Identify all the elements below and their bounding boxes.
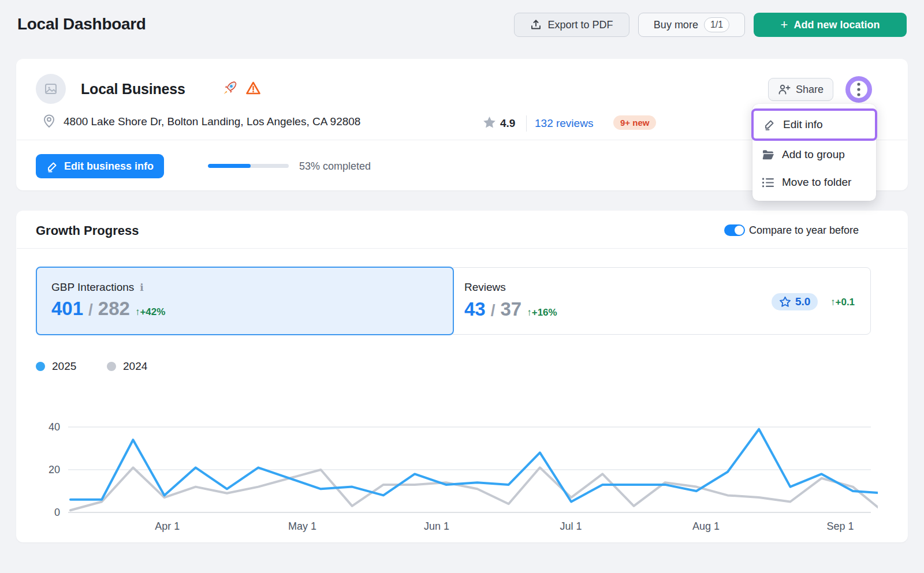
completion-progress-fill (208, 164, 251, 168)
gbp-delta: ↑+42% (135, 306, 165, 318)
reviews-link[interactable]: 132 reviews (535, 117, 593, 130)
svg-text:20: 20 (49, 464, 60, 475)
plus-icon: + (781, 18, 788, 31)
toggle-knob (735, 226, 744, 235)
growth-chart: 02040Apr 1May 1Jun 1Jul 1Aug 1Sep 1 (35, 398, 878, 537)
completion-progress-bar (208, 164, 289, 168)
rating-delta: ↑+0.1 (830, 297, 855, 308)
svg-text:May 1: May 1 (288, 520, 316, 532)
legend-dot-2025 (36, 362, 45, 371)
svg-text:Jun 1: Jun 1 (424, 520, 449, 532)
star-icon (483, 116, 496, 131)
menu-item-move-to-folder[interactable]: Move to folder (752, 168, 876, 196)
add-new-location-button[interactable]: + Add new location (754, 13, 907, 37)
svg-text:Aug 1: Aug 1 (692, 520, 720, 532)
buy-more-button[interactable]: Buy more 1/1 (638, 13, 745, 37)
svg-text:0: 0 (54, 507, 60, 518)
compare-toggle-label: Compare to year before (749, 224, 859, 237)
edit-info-annotation: Edit info (751, 108, 877, 141)
rocket-icon (221, 80, 239, 99)
list-icon (762, 177, 774, 188)
folder-icon (762, 149, 774, 160)
buy-more-count-badge: 1/1 (704, 17, 729, 32)
metric-card-reviews[interactable]: Reviews 43 / 37 ↑+16% 5.0 ↑+0.1 (453, 267, 871, 335)
image-icon (44, 82, 58, 96)
growth-progress-title: Growth Progress (36, 223, 139, 238)
kebab-icon (856, 82, 861, 97)
completion-label: 53% completed (299, 160, 371, 173)
export-icon (530, 19, 542, 31)
star-outline-icon (779, 296, 791, 308)
menu-item-edit-info[interactable]: Edit info (754, 111, 875, 138)
metric-card-gbp-interactions[interactable]: GBP Interactions i 401 / 282 ↑+42% (36, 267, 454, 335)
rating-value: 4.9 (500, 117, 515, 130)
svg-text:Apr 1: Apr 1 (155, 520, 180, 532)
export-pdf-button[interactable]: Export to PDF (514, 13, 629, 37)
svg-text:Sep 1: Sep 1 (826, 520, 854, 532)
new-reviews-badge: 9+ new (613, 115, 656, 130)
compare-toggle[interactable] (724, 224, 745, 236)
edit-pencil-icon (763, 118, 776, 131)
business-address: 4800 Lake Shore Dr, Bolton Landing, Los … (64, 115, 360, 128)
menu-item-add-to-group[interactable]: Add to group (752, 141, 876, 168)
gbp-current-value: 401 (51, 298, 83, 320)
reviews-current-value: 43 (464, 298, 486, 320)
business-avatar (36, 74, 66, 104)
kebab-menu-button[interactable] (845, 76, 872, 103)
business-name: Local Business (81, 81, 185, 98)
legend-dot-2024 (107, 362, 116, 371)
edit-business-info-button[interactable]: Edit business info (36, 154, 164, 178)
share-button[interactable]: Share (768, 78, 833, 101)
info-icon[interactable]: i (140, 282, 143, 293)
legend-item-2025[interactable]: 2025 (36, 360, 76, 373)
svg-text:Jul 1: Jul 1 (560, 520, 582, 532)
section-divider (17, 248, 907, 249)
gbp-previous-value: 282 (98, 298, 130, 320)
page-title: Local Dashboard (17, 15, 146, 33)
divider (526, 115, 527, 132)
warning-icon (245, 81, 261, 98)
pencil-icon (46, 160, 58, 173)
reviews-delta: ↑+16% (527, 307, 557, 319)
location-pin-icon (42, 114, 56, 131)
kebab-dropdown-menu: Edit info Add to group Move to folder (752, 104, 876, 201)
rating-badge: 5.0 (772, 293, 818, 310)
legend-item-2024[interactable]: 2024 (107, 360, 147, 373)
share-person-icon (778, 84, 791, 95)
svg-text:40: 40 (49, 421, 60, 433)
reviews-previous-value: 37 (501, 298, 522, 320)
